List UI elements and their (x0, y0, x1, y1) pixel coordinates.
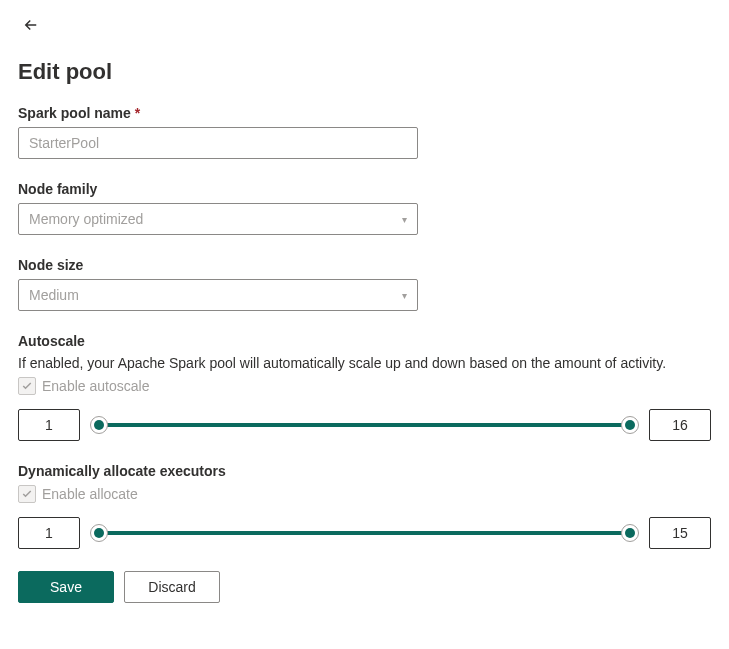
pool-name-input[interactable] (18, 127, 418, 159)
page-title: Edit pool (18, 59, 711, 85)
field-node-family: Node family Memory optimized ▾ (18, 181, 711, 235)
save-button[interactable]: Save (18, 571, 114, 603)
section-autoscale: Autoscale If enabled, your Apache Spark … (18, 333, 711, 441)
autoscale-min-input[interactable]: 1 (18, 409, 80, 441)
field-node-size: Node size Medium ▾ (18, 257, 711, 311)
slider-thumb-max[interactable] (621, 416, 639, 434)
discard-button[interactable]: Discard (124, 571, 220, 603)
dyn-alloc-max-input[interactable]: 15 (649, 517, 711, 549)
autoscale-description: If enabled, your Apache Spark pool will … (18, 355, 711, 371)
slider-track (94, 423, 635, 427)
autoscale-label: Autoscale (18, 333, 711, 349)
dyn-alloc-min-input[interactable]: 1 (18, 517, 80, 549)
node-family-value: Memory optimized (29, 211, 143, 227)
pool-name-label: Spark pool name * (18, 105, 711, 121)
dyn-alloc-checkbox[interactable] (18, 485, 36, 503)
check-icon (21, 488, 33, 500)
arrow-left-icon (22, 16, 40, 34)
autoscale-checkbox[interactable] (18, 377, 36, 395)
dyn-alloc-label: Dynamically allocate executors (18, 463, 711, 479)
node-size-value: Medium (29, 287, 79, 303)
dyn-alloc-checkbox-label: Enable allocate (42, 486, 138, 502)
button-row: Save Discard (18, 571, 711, 603)
node-size-label: Node size (18, 257, 711, 273)
autoscale-max-input[interactable]: 16 (649, 409, 711, 441)
dyn-alloc-slider[interactable] (94, 523, 635, 543)
slider-thumb-max[interactable] (621, 524, 639, 542)
required-star: * (135, 105, 140, 121)
section-dynamic-allocate: Dynamically allocate executors Enable al… (18, 463, 711, 549)
autoscale-checkbox-label: Enable autoscale (42, 378, 149, 394)
autoscale-slider[interactable] (94, 415, 635, 435)
slider-thumb-min[interactable] (90, 524, 108, 542)
back-button[interactable] (18, 12, 44, 41)
node-family-select[interactable]: Memory optimized ▾ (18, 203, 418, 235)
slider-thumb-min[interactable] (90, 416, 108, 434)
field-spark-pool-name: Spark pool name * (18, 105, 711, 159)
slider-track (94, 531, 635, 535)
chevron-down-icon: ▾ (402, 290, 407, 301)
node-family-label: Node family (18, 181, 711, 197)
node-size-select[interactable]: Medium ▾ (18, 279, 418, 311)
check-icon (21, 380, 33, 392)
chevron-down-icon: ▾ (402, 214, 407, 225)
